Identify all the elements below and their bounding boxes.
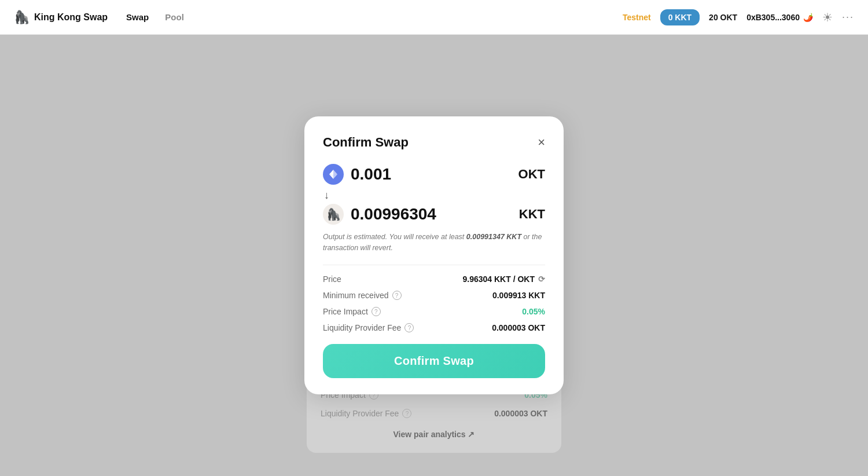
navbar: 🦍 King Kong Swap Swap Pool Testnet 0 KKT… bbox=[0, 0, 868, 35]
price-impact-info-icon[interactable]: ? bbox=[372, 307, 381, 316]
from-token-icon bbox=[323, 164, 344, 185]
modal-title: Confirm Swap bbox=[323, 135, 409, 150]
price-row: Price 9.96304 KKT / OKT ⟳ bbox=[323, 274, 545, 284]
estimate-pre-text: Output is estimated. You will receive at… bbox=[323, 233, 466, 241]
modal-header: Confirm Swap × bbox=[323, 135, 545, 150]
min-received-row: Minimum received ? 0.009913 KKT bbox=[323, 291, 545, 300]
nav-links: Swap Pool bbox=[126, 12, 184, 22]
confirm-swap-button[interactable]: Confirm Swap bbox=[323, 344, 545, 378]
testnet-label: Testnet bbox=[623, 13, 651, 22]
lp-fee-value: 0.000003 OKT bbox=[492, 323, 545, 332]
kkt-button[interactable]: 0 KKT bbox=[660, 9, 700, 25]
lp-fee-info-icon[interactable]: ? bbox=[404, 323, 414, 332]
to-amount: 0.00996304 bbox=[351, 205, 519, 224]
address-text: 0xB305...3060 bbox=[746, 13, 800, 22]
logo-icon: 🦍 bbox=[14, 10, 30, 25]
nav-swap[interactable]: Swap bbox=[126, 12, 149, 22]
modal-overlay: Confirm Swap × 0.001 OKT ↓ 🦍 0.00996304 … bbox=[0, 35, 868, 476]
from-token-row: 0.001 OKT bbox=[323, 164, 545, 185]
wallet-address[interactable]: 0xB305...3060 🌶️ bbox=[746, 13, 813, 22]
price-impact-row: Price Impact ? 0.05% bbox=[323, 307, 545, 316]
estimate-description: Output is estimated. You will receive at… bbox=[323, 232, 545, 254]
theme-toggle-icon[interactable]: ☀ bbox=[822, 10, 833, 24]
estimate-highlight: 0.00991347 KKT bbox=[466, 233, 521, 241]
min-received-label: Minimum received ? bbox=[323, 291, 402, 300]
to-symbol: KKT bbox=[519, 207, 545, 222]
price-refresh-icon[interactable]: ⟳ bbox=[538, 274, 545, 284]
to-token-icon: 🦍 bbox=[323, 204, 344, 225]
more-menu-icon[interactable]: ··· bbox=[842, 11, 854, 23]
price-value: 9.96304 KKT / OKT ⟳ bbox=[463, 274, 546, 284]
modal-divider bbox=[323, 265, 545, 265]
confirm-swap-modal: Confirm Swap × 0.001 OKT ↓ 🦍 0.00996304 … bbox=[304, 116, 564, 395]
nav-pool[interactable]: Pool bbox=[165, 12, 184, 22]
nav-right: Testnet 0 KKT 20 OKT 0xB305...3060 🌶️ ☀ … bbox=[623, 9, 854, 25]
from-symbol: OKT bbox=[518, 167, 545, 182]
app-logo: 🦍 King Kong Swap bbox=[14, 10, 108, 25]
okt-balance: 20 OKT bbox=[709, 13, 737, 22]
address-icon: 🌶️ bbox=[803, 13, 813, 22]
logo-text: King Kong Swap bbox=[34, 12, 108, 23]
modal-close-button[interactable]: × bbox=[538, 136, 545, 149]
swap-direction-arrow: ↓ bbox=[324, 189, 545, 202]
min-received-info-icon[interactable]: ? bbox=[392, 291, 402, 300]
price-label: Price bbox=[323, 274, 341, 284]
min-received-value: 0.009913 KKT bbox=[492, 291, 545, 300]
from-amount: 0.001 bbox=[351, 165, 518, 184]
price-impact-value: 0.05% bbox=[522, 307, 545, 316]
lp-fee-row: Liquidity Provider Fee ? 0.000003 OKT bbox=[323, 323, 545, 332]
to-token-row: 🦍 0.00996304 KKT bbox=[323, 204, 545, 225]
price-impact-label: Price Impact ? bbox=[323, 307, 381, 316]
lp-fee-label: Liquidity Provider Fee ? bbox=[323, 323, 414, 332]
